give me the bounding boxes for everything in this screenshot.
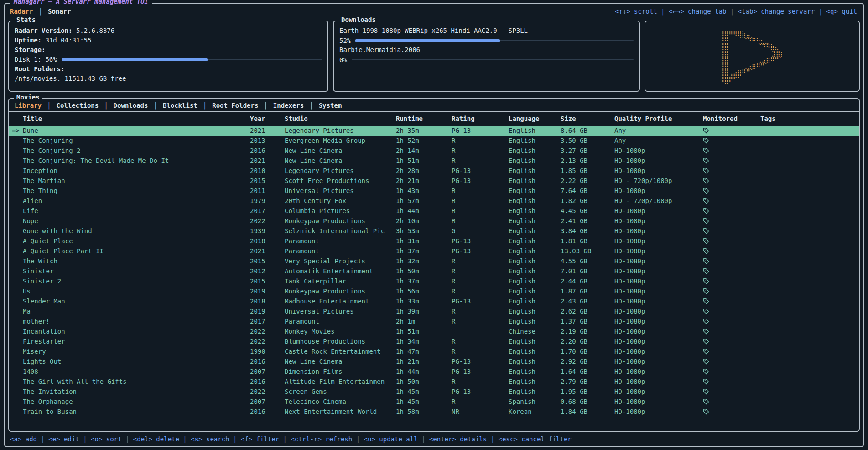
cell-quality-profile: Any: [614, 127, 703, 134]
table-row[interactable]: 14082007Dimension Films1h 44mPG-13Englis…: [9, 366, 859, 377]
movies-tab-system[interactable]: System: [319, 102, 342, 109]
cell-title: mother!: [23, 318, 250, 325]
table-row[interactable]: Nope2022Monkeypaw Productions2h 10mREngl…: [9, 216, 859, 226]
column-header-rating: Rating: [452, 115, 509, 122]
cell-runtime: 1h 57m: [396, 197, 452, 204]
table-row[interactable]: Lights Out2016New Line Cinema1h 21mPG-13…: [9, 356, 859, 366]
disk-usage-fill: [62, 58, 208, 61]
table-row[interactable]: Us2019Monkeypaw Productions1h 56mREnglis…: [9, 286, 859, 296]
table-row[interactable]: Alien197920th Century Fox1h 57mREnglish1…: [9, 196, 859, 206]
movies-panel-title: Movies: [14, 94, 42, 101]
download-progress-bar: [352, 55, 634, 64]
table-body: =>Dune2021Legendary Pictures2h 35mPG-13E…: [9, 126, 859, 431]
table-row[interactable]: Life2017Columbia Pictures1h 44mREnglish4…: [9, 206, 859, 216]
hint-separator: |: [487, 435, 498, 443]
table-row[interactable]: The Martian2015Scott Free Productions2h …: [9, 176, 859, 186]
cell-title: Sinister 2: [23, 277, 250, 285]
table-row[interactable]: Train to Busan2016Next Entertainment Wor…: [9, 407, 859, 417]
cell-runtime: 2h 10m: [396, 217, 452, 225]
cell-rating: R: [452, 137, 509, 144]
cell-runtime: 1h 44m: [396, 207, 452, 215]
column-header-title: Title: [23, 115, 250, 122]
table-row[interactable]: A Quiet Place Part II2021Paramount1h 37m…: [9, 246, 859, 256]
cell-size: 3.84 GB: [561, 227, 614, 235]
tag-icon: [703, 188, 760, 194]
tag-icon: [703, 278, 760, 284]
hint-change-tab: <←→> change tab: [669, 8, 726, 15]
servarr-tab-radarr[interactable]: Radarr: [10, 8, 33, 15]
table-row[interactable]: A Quiet Place2018Paramount1h 31mPG-13Eng…: [9, 236, 859, 246]
cell-language: English: [509, 167, 561, 174]
cell-language: English: [509, 177, 561, 184]
tab-separator: │: [203, 102, 207, 109]
root-folders-row: Root Folders:: [15, 64, 322, 74]
cell-rating: R: [452, 348, 509, 355]
cell-size: 1.85 GB: [561, 167, 614, 174]
table-row[interactable]: Firestarter2022Blumhouse Productions1h 3…: [9, 336, 859, 346]
cell-title: The Orphanage: [23, 398, 250, 405]
tag-icon: [703, 147, 760, 154]
table-row[interactable]: Slender Man2018Madhouse Entertainment1h …: [9, 296, 859, 306]
table-row[interactable]: Sinister 22015Tank Caterpillar1h 37mREng…: [9, 276, 859, 286]
cell-language: English: [509, 207, 561, 215]
cell-title: A Quiet Place Part II: [23, 247, 250, 255]
movies-tab-collections[interactable]: Collections: [56, 102, 99, 109]
table-row[interactable]: The Conjuring2013Evergreen Media Group1h…: [9, 136, 859, 146]
cell-title: Firestarter: [23, 338, 250, 345]
cell-rating: R: [452, 308, 509, 315]
cell-size: 2.41 GB: [561, 217, 614, 225]
movies-tab-indexers[interactable]: Indexers: [273, 102, 304, 109]
help-add: <a> add: [10, 435, 37, 443]
servarr-tab-sonarr[interactable]: Sonarr: [48, 8, 71, 15]
table-row[interactable]: Inception2010Legendary Pictures2h 28mPG-…: [9, 166, 859, 176]
table-row[interactable]: The Conjuring 22016New Line Cinema2h 14m…: [9, 146, 859, 156]
cell-studio: Legendary Pictures: [285, 127, 396, 134]
movies-tab-library[interactable]: Library: [15, 102, 42, 109]
row-selection-indicator: =>: [12, 127, 23, 134]
table-row[interactable]: Gone with the Wind1939Selznick Internati…: [9, 226, 859, 236]
table-row[interactable]: Incantation2022Monkey Movies1h 51mChines…: [9, 326, 859, 336]
cell-runtime: 1h 45m: [396, 398, 452, 405]
cell-runtime: 1h 50m: [396, 267, 452, 275]
table-row[interactable]: The Conjuring: The Devil Made Me Do It20…: [9, 156, 859, 166]
table-row[interactable]: The Girl with All the Gifts2016Altitude …: [9, 377, 859, 387]
cell-rating: PG-13: [452, 167, 509, 174]
cell-runtime: 1h 58m: [396, 408, 452, 415]
cell-title: Incantation: [23, 328, 250, 335]
cell-title: The Conjuring: The Devil Made Me Do It: [23, 157, 250, 164]
table-row[interactable]: The Witch2015Very Special Projects1h 32m…: [9, 256, 859, 266]
cell-language: English: [509, 338, 561, 345]
panels-row: Stats Radarr Version: 5.2.6.8376 Uptime:…: [8, 21, 860, 92]
movies-tab-blocklist[interactable]: Blocklist: [163, 102, 198, 109]
progress-track: [352, 59, 634, 60]
movies-tab-downloads[interactable]: Downloads: [114, 102, 148, 109]
tab-separator: │: [104, 102, 108, 109]
cell-language: English: [509, 137, 561, 144]
cell-title: The Conjuring: [23, 137, 250, 144]
logo-panel: ⢀⣀⣀⣀⣀⡀ ⢸⣿⠛⠻⢿⣶⣤⡀ ⢸⣿ ⠈⠙⠻⢷⣦⣄ ⢸⣿ ⠈⠙⠻⣷⣄ ⢸⣿ ⣹⣿…: [645, 21, 860, 92]
cell-rating: PG-13: [452, 298, 509, 305]
movies-tab-root-folders[interactable]: Root Folders: [212, 102, 258, 109]
table-row[interactable]: Sinister2012Automatik Entertainment1h 50…: [9, 266, 859, 276]
keybinding-hints: <↑↓> scroll | <←→> change tab | <tab> ch…: [615, 8, 857, 15]
table-row[interactable]: The Invitation2022Screen Gems1h 45mPG-13…: [9, 387, 859, 397]
table-row[interactable]: Misery1990Castle Rock Entertainment1h 47…: [9, 346, 859, 356]
movies-panel: Movies Library│Collections│Downloads│Blo…: [8, 98, 860, 432]
cell-title: Sinister: [23, 267, 250, 275]
table-row[interactable]: The Thing2011Universal Pictures1h 43mREn…: [9, 186, 859, 196]
cell-quality-profile: Any: [614, 137, 703, 144]
help-cancel-filter: <esc> cancel filter: [499, 435, 572, 443]
column-header-size: Size: [561, 115, 614, 122]
cell-studio: Paramount: [285, 237, 396, 245]
cell-runtime: 1h 37m: [396, 277, 452, 285]
app-window: Managarr — A Servarr management TUI Rada…: [4, 3, 864, 447]
cell-quality-profile: HD-1080p: [614, 358, 703, 365]
table-row[interactable]: =>Dune2021Legendary Pictures2h 35mPG-13E…: [9, 126, 859, 136]
table-row[interactable]: The Orphanage2007Telecinco Cinema1h 45mR…: [9, 397, 859, 407]
cell-rating: PG-13: [452, 388, 509, 395]
table-row[interactable]: mother!2017Paramount2h 1mREnglish1.37 GB…: [9, 316, 859, 326]
cell-rating: PG-13: [452, 127, 509, 134]
table-row[interactable]: Ma2019Universal Pictures1h 39mREnglish2.…: [9, 306, 859, 316]
cell-rating: R: [452, 398, 509, 405]
hint-separator: |: [815, 8, 826, 15]
